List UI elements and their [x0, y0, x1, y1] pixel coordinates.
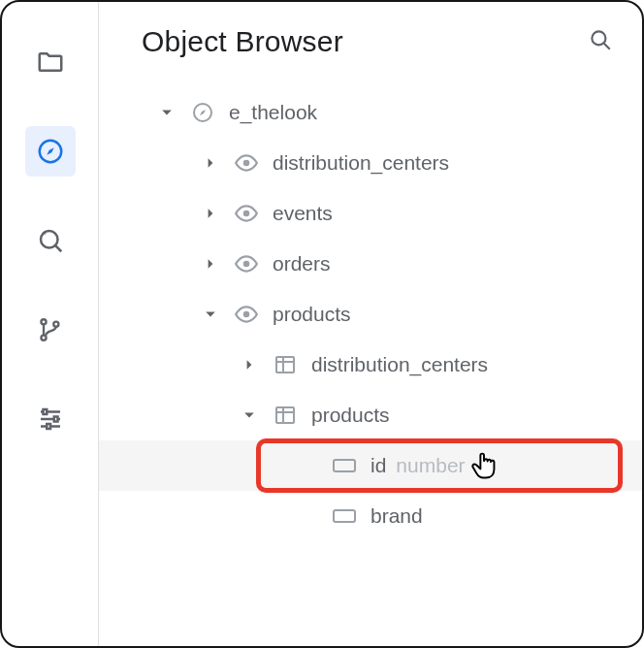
- sliders-icon: [36, 405, 65, 434]
- tree: e_thelook distribution_centers: [99, 87, 642, 541]
- git-branch-icon: [37, 316, 64, 343]
- svg-point-15: [243, 311, 250, 318]
- caret-down-icon: [240, 409, 259, 421]
- tree-node-field-id[interactable]: id number: [99, 440, 642, 491]
- caret-right-icon: [201, 258, 220, 270]
- rail-folder-button[interactable]: [25, 37, 76, 87]
- tree-node-view[interactable]: products: [99, 289, 642, 340]
- tree-node-field-brand[interactable]: brand: [99, 491, 642, 541]
- caret-down-icon: [201, 308, 220, 320]
- rail-settings-button[interactable]: [25, 394, 76, 444]
- svg-rect-6: [43, 409, 47, 414]
- node-label: distribution_centers: [311, 353, 488, 376]
- caret-right-icon: [201, 208, 220, 219]
- tree-node-table[interactable]: distribution_centers: [99, 340, 642, 390]
- node-label: orders: [273, 252, 331, 275]
- svg-point-13: [243, 211, 250, 217]
- tree-node-table[interactable]: products: [99, 390, 642, 440]
- rail-object-browser-button[interactable]: [25, 126, 76, 177]
- tree-node-view[interactable]: orders: [99, 239, 642, 289]
- node-label: distribution_centers: [273, 151, 449, 175]
- svg-line-2: [55, 245, 61, 251]
- panel-title: Object Browser: [142, 25, 343, 58]
- caret-right-icon: [201, 157, 220, 169]
- folder-icon: [36, 48, 65, 77]
- svg-rect-19: [276, 407, 294, 423]
- table-icon: [273, 403, 298, 428]
- field-icon: [332, 503, 357, 529]
- svg-rect-23: [334, 510, 355, 522]
- rail-git-button[interactable]: [25, 305, 76, 355]
- field-name: brand: [370, 504, 423, 528]
- compass-outline-icon: [190, 100, 215, 125]
- panel-header: Object Browser: [99, 25, 642, 58]
- eye-icon: [234, 302, 259, 327]
- left-rail: [2, 2, 99, 646]
- svg-rect-7: [53, 417, 57, 422]
- node-label: events: [273, 202, 333, 225]
- search-icon: [588, 27, 613, 52]
- compass-icon: [36, 137, 65, 166]
- table-icon: [273, 352, 298, 377]
- field-type: number: [396, 454, 465, 477]
- svg-point-4: [41, 336, 46, 340]
- node-label: products: [273, 303, 351, 326]
- node-label: e_thelook: [229, 101, 317, 124]
- eye-icon: [234, 251, 259, 276]
- svg-point-3: [41, 319, 46, 324]
- svg-rect-22: [334, 460, 355, 471]
- rail-history-button[interactable]: [25, 215, 76, 266]
- svg-point-5: [53, 322, 58, 327]
- svg-point-12: [243, 160, 250, 167]
- svg-point-14: [243, 261, 250, 268]
- node-label: products: [311, 404, 390, 427]
- field-name: id: [370, 454, 386, 477]
- hand-cursor-icon: [469, 450, 499, 488]
- svg-rect-8: [47, 424, 50, 429]
- tree-node-view[interactable]: distribution_centers: [99, 138, 642, 188]
- app-frame: Object Browser e_thelook: [0, 0, 644, 648]
- svg-rect-16: [276, 357, 294, 373]
- caret-right-icon: [240, 359, 259, 371]
- caret-down-icon: [157, 107, 177, 118]
- eye-icon: [234, 150, 259, 176]
- svg-point-9: [592, 31, 605, 45]
- tree-node-view[interactable]: events: [99, 188, 642, 239]
- tree-node-project[interactable]: e_thelook: [99, 87, 642, 138]
- search-button[interactable]: [588, 27, 613, 56]
- eye-icon: [234, 201, 259, 226]
- panel-content: Object Browser e_thelook: [99, 2, 642, 646]
- svg-line-10: [604, 44, 610, 49]
- refresh-search-icon: [36, 226, 65, 255]
- field-icon: [332, 453, 357, 478]
